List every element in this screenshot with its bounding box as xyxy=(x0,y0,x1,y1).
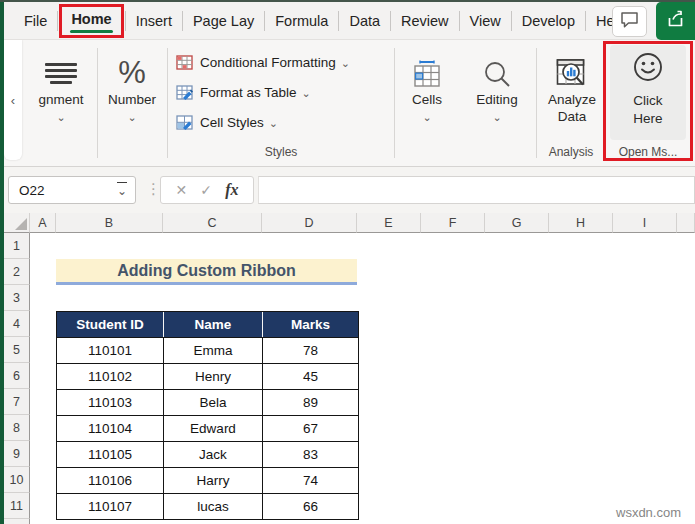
table-cell[interactable]: Jack xyxy=(164,442,263,467)
tab-data[interactable]: Data xyxy=(339,3,390,39)
analyze-data-button[interactable]: AnalyzeData xyxy=(540,44,604,126)
format-as-table-button[interactable]: Format as Table⌄ xyxy=(176,77,350,107)
table-cell[interactable]: 78 xyxy=(263,338,358,363)
row-header-1[interactable]: 1 xyxy=(4,233,30,259)
number-group-button[interactable]: % Number ⌄ xyxy=(99,44,165,123)
table-row: 110106Harry74 xyxy=(57,468,358,494)
share-button[interactable] xyxy=(656,2,695,40)
table-cell[interactable]: lucas xyxy=(164,494,263,519)
cell-styles-label: Cell Styles xyxy=(200,115,264,130)
top-right-buttons xyxy=(612,2,695,40)
table-cell[interactable]: 110106 xyxy=(57,468,164,493)
chevron-down-icon: ⌄ xyxy=(302,88,311,99)
chevron-down-icon[interactable]: ⌄ xyxy=(117,182,127,198)
select-all-triangle-icon xyxy=(15,218,27,230)
column-header-d[interactable]: D xyxy=(262,213,357,233)
title-cell[interactable]: Adding Custom Ribbon xyxy=(56,259,357,285)
column-header-i[interactable]: I xyxy=(613,213,677,233)
table-header-marks[interactable]: Marks xyxy=(263,312,358,337)
table-cell[interactable]: 45 xyxy=(263,364,358,389)
editing-group-button[interactable]: Editing ⌄ xyxy=(462,44,532,123)
table-row: 110105Jack83 xyxy=(57,442,358,468)
table-cell[interactable]: 110107 xyxy=(57,494,164,519)
row-header-8[interactable]: 8 xyxy=(4,415,30,441)
analyze-data-icon xyxy=(556,44,588,88)
table-cell[interactable]: Henry xyxy=(164,364,263,389)
tab-home[interactable]: Home xyxy=(59,4,123,38)
drag-handle-icon[interactable]: ⋮ xyxy=(146,180,161,198)
table-row: 110102Henry45 xyxy=(57,364,358,390)
column-header-g[interactable]: G xyxy=(485,213,549,233)
tab-view[interactable]: View xyxy=(460,3,511,39)
column-header-c[interactable]: C xyxy=(163,213,262,233)
click-here-button[interactable]: ClickHere xyxy=(610,45,686,140)
table-cell[interactable]: 110102 xyxy=(57,364,164,389)
alignment-group-button[interactable]: gnment ⌄ xyxy=(26,44,96,123)
formula-input[interactable] xyxy=(258,176,695,204)
name-box[interactable]: O22 ⌄ xyxy=(8,176,136,204)
column-header-f[interactable]: F xyxy=(421,213,485,233)
chevron-left-icon: ‹ xyxy=(11,93,15,108)
table-cell[interactable]: Edward xyxy=(164,416,263,441)
column-header-b[interactable]: B xyxy=(56,213,163,233)
row-header-10[interactable]: 10 xyxy=(4,467,30,493)
tab-review[interactable]: Review xyxy=(391,3,459,39)
cells-group-button[interactable]: Cells ⌄ xyxy=(399,44,455,123)
table-cell[interactable]: 110101 xyxy=(57,338,164,363)
column-header-a[interactable]: A xyxy=(30,213,56,233)
ribbon-scroll-left-button[interactable]: ‹ xyxy=(4,40,22,160)
table-header-row: Student IDNameMarks xyxy=(57,312,358,338)
name-box-value: O22 xyxy=(19,183,117,198)
group-separator xyxy=(97,48,98,158)
table-cell[interactable]: 89 xyxy=(263,390,358,415)
table-row: 110104Edward67 xyxy=(57,416,358,442)
row-header-5[interactable]: 5 xyxy=(4,337,30,363)
table-cell[interactable]: Emma xyxy=(164,338,263,363)
cancel-button[interactable]: ✕ xyxy=(176,182,188,198)
conditional-formatting-button[interactable]: Conditional Formatting⌄ xyxy=(176,47,350,77)
table-cell[interactable]: 83 xyxy=(263,442,358,467)
table-cell[interactable]: 110104 xyxy=(57,416,164,441)
row-header-11[interactable]: 11 xyxy=(4,493,30,519)
tab-develop[interactable]: Develop xyxy=(512,3,585,39)
row-header-2[interactable]: 2 xyxy=(4,259,30,285)
table-body: 110101Emma78110102Henry45110103Bela89110… xyxy=(57,338,358,519)
row-header-7[interactable]: 7 xyxy=(4,389,30,415)
table-cell[interactable]: Bela xyxy=(164,390,263,415)
table-header-student-id[interactable]: Student ID xyxy=(57,312,164,337)
group-separator xyxy=(394,48,395,158)
row-header-4[interactable]: 4 xyxy=(4,311,30,337)
alignment-icon xyxy=(44,44,78,88)
column-header-h[interactable]: H xyxy=(549,213,613,233)
tab-file[interactable]: File xyxy=(14,3,57,39)
table-row: 110107lucas66 xyxy=(57,494,358,519)
percent-icon: % xyxy=(118,44,146,88)
enter-button[interactable]: ✓ xyxy=(200,182,212,198)
cell-styles-icon xyxy=(176,115,196,130)
table-cell[interactable]: 66 xyxy=(263,494,358,519)
chevron-down-icon: ⌄ xyxy=(492,112,501,123)
insert-function-button[interactable]: fx xyxy=(225,181,238,199)
table-cell[interactable]: 74 xyxy=(263,468,358,493)
ribbon: ‹ gnment ⌄ % Number ⌄ Conditional Format… xyxy=(0,40,695,167)
watermark: wsxdn.com xyxy=(616,505,681,520)
tab-page-lay[interactable]: Page Lay xyxy=(183,3,264,39)
table-cell[interactable]: 67 xyxy=(263,416,358,441)
group-separator xyxy=(167,48,168,158)
column-header-e[interactable]: E xyxy=(357,213,421,233)
table-cell[interactable]: 110103 xyxy=(57,390,164,415)
tab-formula[interactable]: Formula xyxy=(265,3,338,39)
table-header-name[interactable]: Name xyxy=(164,312,263,337)
format-as-table-label: Format as Table xyxy=(200,85,297,100)
cells-icon xyxy=(413,44,441,88)
row-header-6[interactable]: 6 xyxy=(4,363,30,389)
table-cell[interactable]: 110105 xyxy=(57,442,164,467)
tab-insert[interactable]: Insert xyxy=(126,3,182,39)
select-all-button[interactable] xyxy=(4,213,30,233)
formula-buttons: ✕ ✓ fx xyxy=(160,176,254,204)
row-header-3[interactable]: 3 xyxy=(4,285,30,311)
row-header-9[interactable]: 9 xyxy=(4,441,30,467)
cell-styles-button[interactable]: Cell Styles⌄ xyxy=(176,107,350,137)
comments-button[interactable] xyxy=(612,6,647,37)
table-cell[interactable]: Harry xyxy=(164,468,263,493)
